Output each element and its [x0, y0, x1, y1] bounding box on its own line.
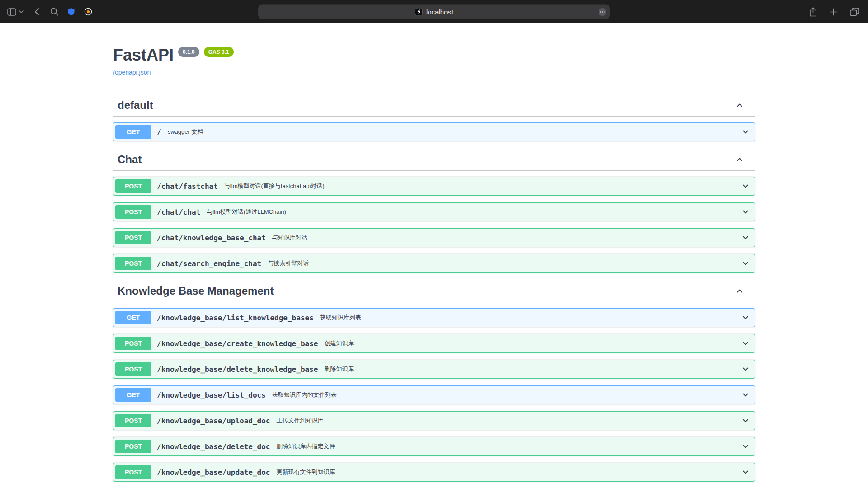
endpoint-path: /knowledge_base/delete_knowledge_base: [157, 365, 318, 374]
endpoint-path: /chat/knowledge_base_chat: [157, 234, 266, 242]
expand-operation-icon[interactable]: [741, 127, 750, 136]
operation-summary[interactable]: POST/chat/search_engine_chat与搜索引擎对话: [113, 254, 755, 272]
address-url: localhost: [426, 8, 453, 16]
endpoint-path: /chat/search_engine_chat: [157, 259, 261, 268]
endpoint-path: /knowledge_base/upload_doc: [157, 417, 270, 425]
operation-summary[interactable]: POST/knowledge_base/delete_doc删除知识库内指定文件: [113, 437, 755, 455]
section-title: Knowledge Base Management: [118, 284, 274, 297]
endpoint-description: 与llm模型对话(通过LLMChain): [207, 208, 286, 216]
endpoint-path: /knowledge_base/list_docs: [157, 391, 266, 399]
version-badge: 0.1.0: [178, 47, 199, 57]
expand-operation-icon[interactable]: [741, 339, 750, 348]
section-header-default[interactable]: default: [113, 94, 755, 117]
operation-summary[interactable]: POST/knowledge_base/upload_doc上传文件到知识库: [113, 412, 755, 430]
api-info: FastAPI 0.1.0 OAS 3.1 /openapi.json: [113, 23, 755, 77]
oas-badge: OAS 3.1: [204, 47, 234, 57]
openapi-spec-link[interactable]: /openapi.json: [113, 68, 151, 77]
http-method-badge: POST: [115, 337, 151, 350]
chevron-down-icon[interactable]: [19, 10, 24, 14]
section-header-chat[interactable]: Chat: [113, 148, 755, 171]
expand-operation-icon[interactable]: [741, 468, 750, 477]
back-icon[interactable]: [34, 8, 39, 16]
endpoint-description: 与llm模型对话(直接与fastchat api对话): [224, 182, 325, 190]
operation-row[interactable]: POST/knowledge_base/delete_doc删除知识库内指定文件: [113, 437, 755, 456]
share-icon[interactable]: [809, 7, 817, 17]
expand-operation-icon[interactable]: [741, 207, 750, 216]
endpoint-description: 获取知识库列表: [320, 314, 361, 322]
expand-operation-icon[interactable]: [741, 313, 750, 322]
http-method-badge: POST: [115, 440, 151, 453]
new-tab-icon[interactable]: [830, 8, 837, 16]
operation-summary[interactable]: POST/knowledge_base/delete_knowledge_bas…: [113, 360, 755, 378]
extension-ring-icon[interactable]: [84, 8, 92, 16]
operation-row[interactable]: GET/knowledge_base/list_docs获取知识库内的文件列表: [113, 385, 755, 404]
operation-summary[interactable]: POST/chat/knowledge_base_chat与知识库对话: [113, 229, 755, 247]
collapse-section-icon[interactable]: [735, 286, 744, 296]
operation-summary[interactable]: GET/knowledge_base/list_knowledge_bases获…: [113, 309, 755, 327]
operation-row[interactable]: POST/chat/fastchat与llm模型对话(直接与fastchat a…: [113, 177, 755, 196]
tag-section: defaultGET/swagger 文档: [113, 94, 755, 141]
operation-row[interactable]: POST/knowledge_base/create_knowledge_bas…: [113, 334, 755, 353]
http-method-badge: POST: [115, 205, 151, 219]
endpoint-description: 获取知识库内的文件列表: [272, 391, 337, 399]
toolbar-right-group: [809, 0, 859, 23]
http-method-badge: POST: [115, 231, 151, 244]
endpoint-description: 创建知识库: [324, 339, 354, 347]
tag-section: Knowledge Base ManagementGET/knowledge_b…: [113, 280, 755, 488]
swagger-page: FastAPI 0.1.0 OAS 3.1 /openapi.json defa…: [0, 23, 868, 488]
expand-operation-icon[interactable]: [741, 365, 750, 374]
section-header-knowledge-base-management[interactable]: Knowledge Base Management: [113, 280, 755, 302]
http-method-badge: GET: [115, 388, 151, 402]
collapse-section-icon[interactable]: [735, 101, 744, 110]
extension-shield-icon[interactable]: [67, 8, 75, 16]
sidebar-toggle-icon[interactable]: [7, 8, 16, 16]
api-title-text: FastAPI: [113, 46, 174, 64]
operation-summary[interactable]: GET/swagger 文档: [113, 123, 755, 141]
endpoint-path: /chat/chat: [157, 208, 200, 216]
endpoint-description: 上传文件到知识库: [276, 417, 323, 425]
operation-summary[interactable]: POST/knowledge_base/create_knowledge_bas…: [113, 334, 755, 352]
expand-operation-icon[interactable]: [741, 416, 750, 425]
operation-row[interactable]: POST/chat/search_engine_chat与搜索引擎对话: [113, 254, 755, 273]
operation-row[interactable]: POST/knowledge_base/upload_doc上传文件到知识库: [113, 411, 755, 430]
address-bar[interactable]: localhost: [258, 5, 610, 19]
expand-operation-icon[interactable]: [741, 390, 750, 399]
expand-operation-icon[interactable]: [741, 442, 750, 451]
section-title: default: [118, 99, 153, 112]
operation-row[interactable]: POST/chat/knowledge_base_chat与知识库对话: [113, 228, 755, 247]
operation-row[interactable]: GET/swagger 文档: [113, 122, 755, 141]
http-method-badge: POST: [115, 465, 151, 479]
http-method-badge: POST: [115, 414, 151, 427]
http-method-badge: GET: [115, 311, 151, 324]
expand-operation-icon[interactable]: [741, 182, 750, 191]
expand-operation-icon[interactable]: [741, 233, 750, 242]
operation-row[interactable]: POST/knowledge_base/delete_knowledge_bas…: [113, 360, 755, 379]
endpoint-description: 删除知识库内指定文件: [276, 442, 335, 450]
http-method-badge: POST: [115, 257, 151, 270]
expand-operation-icon[interactable]: [741, 259, 750, 268]
tab-overview-icon[interactable]: [850, 8, 859, 16]
operation-summary[interactable]: GET/knowledge_base/list_docs获取知识库内的文件列表: [113, 386, 755, 404]
endpoint-path: /chat/fastchat: [157, 182, 218, 191]
section-title: Chat: [118, 153, 142, 166]
http-method-badge: POST: [115, 179, 151, 193]
endpoint-path: /knowledge_base/delete_doc: [157, 442, 270, 451]
endpoint-description: 更新现有文件到知识库: [276, 468, 335, 476]
operation-summary[interactable]: POST/knowledge_base/update_doc更新现有文件到知识库: [113, 463, 755, 481]
search-icon[interactable]: [50, 8, 58, 16]
operation-summary[interactable]: POST/chat/chat与llm模型对话(通过LLMChain): [113, 203, 755, 221]
operation-row[interactable]: POST/chat/chat与llm模型对话(通过LLMChain): [113, 202, 755, 221]
operation-row[interactable]: POST/knowledge_base/update_doc更新现有文件到知识库: [113, 463, 755, 482]
page-options-ellipsis-icon[interactable]: [598, 8, 607, 16]
browser-toolbar: localhost: [0, 0, 868, 23]
sections: defaultGET/swagger 文档ChatPOST/chat/fastc…: [113, 94, 755, 488]
operation-row[interactable]: GET/knowledge_base/list_knowledge_bases获…: [113, 308, 755, 327]
operation-summary[interactable]: POST/chat/fastchat与llm模型对话(直接与fastchat a…: [113, 177, 755, 195]
endpoint-path: /knowledge_base/list_knowledge_bases: [157, 314, 314, 322]
endpoint-description: 与知识库对话: [272, 234, 307, 242]
endpoint-description: 与搜索引擎对话: [268, 259, 309, 267]
endpoint-path: /knowledge_base/update_doc: [157, 468, 270, 477]
http-method-badge: GET: [115, 125, 151, 139]
collapse-section-icon[interactable]: [735, 155, 744, 164]
endpoint-description: swagger 文档: [168, 128, 203, 136]
